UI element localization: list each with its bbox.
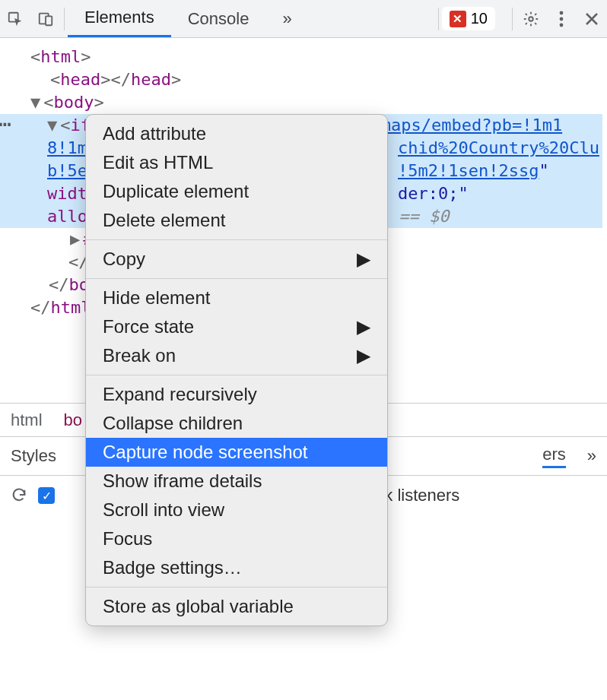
svg-point-5	[560, 17, 564, 21]
context-menu-item[interactable]: Duplicate element	[86, 177, 387, 206]
submenu-arrow-icon: ▶	[357, 249, 370, 270]
subtab-overflow[interactable]: »	[587, 446, 596, 466]
ancestors-checkbox[interactable]: ✓	[38, 487, 55, 504]
tab-console[interactable]: Console	[171, 0, 266, 37]
expand-arrow-icon[interactable]: ▼	[30, 93, 40, 112]
collapsed-gutter-icon[interactable]: …	[0, 114, 12, 125]
selected-node-ref: == $0	[399, 207, 449, 226]
context-menu-item-label: Edit as HTML	[103, 152, 213, 173]
dom-node-head[interactable]: <head></head>	[8, 68, 602, 91]
context-menu-item[interactable]: Badge settings…	[86, 553, 387, 582]
refresh-icon[interactable]	[11, 487, 27, 504]
context-menu-item-label: Duplicate element	[103, 181, 249, 202]
context-menu-item-label: Add attribute	[103, 123, 206, 144]
close-devtools-button[interactable]	[577, 11, 607, 27]
expand-arrow-icon[interactable]: ▶	[70, 230, 80, 249]
tab-overflow[interactable]: »	[265, 0, 308, 37]
toolbar-divider	[438, 8, 439, 30]
error-count: 10	[471, 10, 488, 27]
context-menu-item[interactable]: Copy▶	[86, 245, 387, 274]
submenu-arrow-icon: ▶	[357, 316, 370, 337]
context-menu-item-label: Show iframe details	[103, 470, 262, 492]
toolbar-divider	[64, 8, 65, 30]
context-menu-item[interactable]: Hide element	[86, 283, 387, 312]
context-menu-item-label: Focus	[103, 528, 152, 550]
context-menu-item-label: Scroll into view	[103, 499, 224, 521]
error-count-badge[interactable]: ✕ 10	[442, 7, 495, 30]
toolbar-divider	[512, 8, 513, 30]
submenu-arrow-icon: ▶	[357, 345, 370, 366]
context-menu: Add attributeEdit as HTMLDuplicate eleme…	[85, 114, 388, 626]
svg-point-3	[529, 17, 533, 21]
tab-elements[interactable]: Elements	[68, 0, 171, 37]
context-menu-item[interactable]: Focus	[86, 524, 387, 553]
attr-src-fragment: b!5e	[47, 161, 87, 180]
context-menu-item[interactable]: Force state▶	[86, 312, 387, 341]
context-menu-item[interactable]: Add attribute	[86, 119, 387, 148]
context-menu-item[interactable]: Capture node screenshot	[86, 438, 387, 467]
context-menu-item-label: Store as global variable	[103, 596, 294, 617]
attr-width: widt	[47, 184, 87, 203]
context-menu-item[interactable]: Store as global variable	[86, 592, 387, 621]
context-menu-item-label: Copy	[103, 249, 145, 270]
inspect-icon[interactable]	[0, 11, 30, 27]
context-menu-item[interactable]: Delete element	[86, 206, 387, 235]
devtools-toolbar: Elements Console » ✕ 10	[0, 0, 607, 38]
breadcrumb-html[interactable]: html	[11, 410, 43, 430]
dom-node-html[interactable]: <html>	[8, 46, 602, 68]
context-menu-item[interactable]: Scroll into view	[86, 496, 387, 524]
context-menu-item[interactable]: Edit as HTML	[86, 148, 387, 177]
context-menu-item-label: Badge settings…	[103, 557, 242, 578]
subtab-eventlisteners-fragment[interactable]: ers	[542, 445, 566, 468]
framework-listeners-label-fragment: rk listeners	[379, 486, 459, 505]
subtab-styles[interactable]: Styles	[11, 446, 56, 466]
context-menu-item[interactable]: Show iframe details	[86, 467, 387, 496]
context-menu-item-label: Delete element	[103, 210, 225, 231]
device-toggle-icon[interactable]	[30, 11, 61, 27]
attr-src-fragment: !5m2!1sen!2ssg	[398, 161, 539, 180]
context-menu-item-label: Force state	[103, 316, 194, 337]
breadcrumb-body[interactable]: bo	[64, 410, 82, 430]
context-menu-item-label: Expand recursively	[103, 384, 257, 405]
attr-src-fragment: chid%20Country%20Clu	[398, 138, 599, 157]
panel-tabs: Elements Console »	[68, 0, 309, 37]
context-menu-item-label: Hide element	[103, 287, 210, 309]
attr-src-fragment: 8!1m	[47, 138, 87, 157]
error-icon: ✕	[450, 11, 466, 27]
svg-rect-2	[46, 16, 52, 25]
svg-point-4	[560, 11, 564, 14]
context-menu-item-label: Collapse children	[103, 413, 243, 434]
context-menu-item-label: Capture node screenshot	[103, 442, 308, 463]
svg-point-6	[560, 23, 564, 27]
expand-arrow-icon[interactable]: ▼	[47, 116, 57, 135]
kebab-menu-icon[interactable]	[546, 11, 577, 27]
context-menu-item[interactable]: Expand recursively	[86, 380, 387, 409]
dom-node-body[interactable]: ▼<body>	[8, 91, 602, 114]
context-menu-item[interactable]: Collapse children	[86, 409, 387, 438]
context-menu-item-label: Break on	[103, 345, 176, 366]
context-menu-item[interactable]: Break on▶	[86, 341, 387, 370]
settings-button[interactable]	[516, 11, 546, 27]
attr-style-fragment: der:0;	[398, 184, 458, 203]
